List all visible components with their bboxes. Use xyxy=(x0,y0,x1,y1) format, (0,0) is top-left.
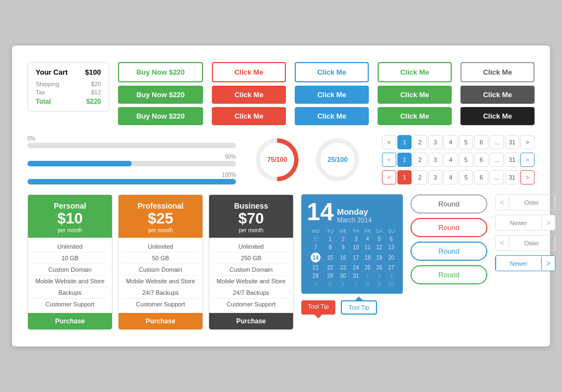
page-2-btn-1[interactable]: 2 xyxy=(413,135,427,149)
click-me-blue2[interactable]: Click Me xyxy=(295,107,369,125)
round-btn-gray[interactable]: Round xyxy=(411,194,487,214)
cart-header: Your Cart $100 xyxy=(36,68,101,76)
pagination-area: < 1 2 3 4 5 6 ... 31 > < 1 2 3 4 5 6 ... xyxy=(382,135,535,184)
tooltip-blue: Tool Tip xyxy=(341,300,377,315)
next-page-3[interactable]: > xyxy=(520,170,535,184)
cal-week-3: 14 15 16 17 18 19 20 xyxy=(307,251,397,264)
cal-th-su: SU xyxy=(385,227,397,235)
pricing-personal-features: Unlimited 10 GB Custom Domain Mobile Web… xyxy=(28,238,112,313)
pricing-personal-btn[interactable]: Purchase xyxy=(28,313,112,329)
cal-th-sa: SA xyxy=(373,227,385,235)
page-5-btn-3[interactable]: 5 xyxy=(459,170,473,184)
click-me-red2[interactable]: Click Me xyxy=(212,107,286,125)
click-me-red-outline[interactable]: Click Me xyxy=(212,62,286,82)
page-2-btn-2[interactable]: 2 xyxy=(413,153,427,167)
page-1-btn-2[interactable]: 1 xyxy=(397,153,412,167)
click-me-red1[interactable]: Click Me xyxy=(212,86,286,104)
pricing-business-plan: Business xyxy=(212,201,290,210)
page-31-btn-3[interactable]: 31 xyxy=(505,170,519,184)
click-me-blue1[interactable]: Click Me xyxy=(295,86,369,104)
cal-cell: 2 xyxy=(336,235,350,243)
cart-shipping-val: $20 xyxy=(91,81,101,87)
page-4-btn-3[interactable]: 4 xyxy=(443,170,458,184)
nav-older-2: < Older xyxy=(495,235,555,251)
page-1-btn-1[interactable]: 1 xyxy=(397,135,412,149)
page-31-btn-1[interactable]: 31 xyxy=(505,135,519,149)
cal-cell: 9 xyxy=(373,280,385,288)
cal-cell: 16 xyxy=(336,251,350,264)
pricing-biz-f2: 250 GB xyxy=(213,253,289,264)
calendar-section: 14 Monday March 2014 MO TU WE TH FR xyxy=(301,194,403,315)
round-btn-blue[interactable]: Round xyxy=(411,242,487,261)
buy-now-outline-button[interactable]: Buy Now $220 xyxy=(118,62,203,82)
cal-cell-today[interactable]: 14 xyxy=(307,251,324,264)
donut-1-label: 75/100 xyxy=(267,156,288,164)
nav-older-prev-1[interactable]: < xyxy=(496,195,509,210)
round-btn-col: Round Round Round Round xyxy=(411,194,487,284)
cart-total-val: $220 xyxy=(86,98,101,105)
page-6-btn-1[interactable]: 6 xyxy=(474,135,488,149)
progress-bar-2-fill xyxy=(27,161,132,166)
cal-cell: 7 xyxy=(350,280,362,288)
pricing-personal-f6: Customer Support xyxy=(32,299,108,310)
cart-total-row: Total $220 xyxy=(36,98,101,105)
pricing-biz-f4: Mobile Website and Store xyxy=(213,276,289,287)
pricing-professional-plan: Professional xyxy=(122,201,199,210)
page-5-btn-2[interactable]: 5 xyxy=(459,153,473,167)
pricing-professional-btn[interactable]: Purchase xyxy=(119,313,203,329)
page-3-btn-1[interactable]: 3 xyxy=(428,135,442,149)
page-4-btn-1[interactable]: 4 xyxy=(443,135,458,149)
cal-cell: 22 xyxy=(324,264,336,272)
pricing-business-btn[interactable]: Purchase xyxy=(209,313,293,329)
page-3-btn-2[interactable]: 3 xyxy=(428,153,442,167)
cal-cell: 3 xyxy=(385,272,397,280)
cal-cell: 11 xyxy=(362,243,373,251)
pricing-personal-header: Personal $10 per month xyxy=(28,195,112,238)
cal-cell: 25 xyxy=(362,264,373,272)
pricing-personal: Personal $10 per month Unlimited 10 GB C… xyxy=(27,194,113,330)
page-31-btn-2[interactable]: 31 xyxy=(505,153,519,167)
round-btn-green[interactable]: Round xyxy=(411,265,487,284)
page-2-btn-3[interactable]: 2 xyxy=(413,170,427,184)
click-me-dark2[interactable]: Click Me xyxy=(460,107,535,125)
page-6-btn-2[interactable]: 6 xyxy=(474,153,488,167)
nav-newer-next-1[interactable]: > xyxy=(542,215,555,230)
page-6-btn-3[interactable]: 6 xyxy=(474,170,488,184)
prev-page-2[interactable]: < xyxy=(382,153,396,167)
progress-bar-2-wrap: 50% xyxy=(27,154,236,166)
click-me-green1[interactable]: Click Me xyxy=(378,86,452,104)
cart-tax-label: Tax xyxy=(36,89,45,96)
buy-now-filled1-button[interactable]: Buy Now $220 xyxy=(118,86,203,104)
cal-cell: 13 xyxy=(385,243,397,251)
click-me-gray-outline[interactable]: Click Me xyxy=(460,62,535,82)
next-page-1[interactable]: > xyxy=(520,135,535,149)
nav-older-prev-2[interactable]: < xyxy=(496,236,509,250)
prev-page-1[interactable]: < xyxy=(382,135,396,149)
pricing-biz-f5: 24/7 Backups xyxy=(213,287,289,299)
cal-cell: 2 xyxy=(373,272,385,280)
buy-now-filled2-button[interactable]: Buy Now $220 xyxy=(118,107,203,125)
pagination-row-3: < 1 2 3 4 5 6 ... 31 > xyxy=(382,170,535,184)
cal-week-6: 4 5 6 7 8 9 10 xyxy=(307,280,397,288)
page-5-btn-1[interactable]: 5 xyxy=(459,135,473,149)
page-4-btn-2[interactable]: 4 xyxy=(443,153,458,167)
click-me-blue-outline[interactable]: Click Me xyxy=(295,62,369,82)
cal-cell: 1 xyxy=(362,272,373,280)
nav-newer-next-2[interactable]: > xyxy=(542,256,555,271)
cal-th-tu: TU xyxy=(324,227,336,235)
prev-page-3[interactable]: < xyxy=(382,170,396,184)
calendar-box: 14 Monday March 2014 MO TU WE TH FR xyxy=(301,194,403,294)
page-ellipsis-2: ... xyxy=(490,153,504,167)
cal-cell: 27 xyxy=(385,264,397,272)
click-me-green-outline[interactable]: Click Me xyxy=(378,62,452,82)
cal-cell: 8 xyxy=(362,280,373,288)
click-me-dark1[interactable]: Click Me xyxy=(460,86,535,104)
page-1-btn-3[interactable]: 1 xyxy=(397,170,412,184)
tooltip-red: Tool Tip xyxy=(301,300,335,315)
cal-cell: 26 xyxy=(373,264,385,272)
next-page-2[interactable]: > xyxy=(520,153,535,167)
page-3-btn-3[interactable]: 3 xyxy=(428,170,442,184)
round-btn-red[interactable]: Round xyxy=(411,218,487,237)
donut-2: 25/100 xyxy=(313,135,362,184)
click-me-green2[interactable]: Click Me xyxy=(378,107,452,125)
